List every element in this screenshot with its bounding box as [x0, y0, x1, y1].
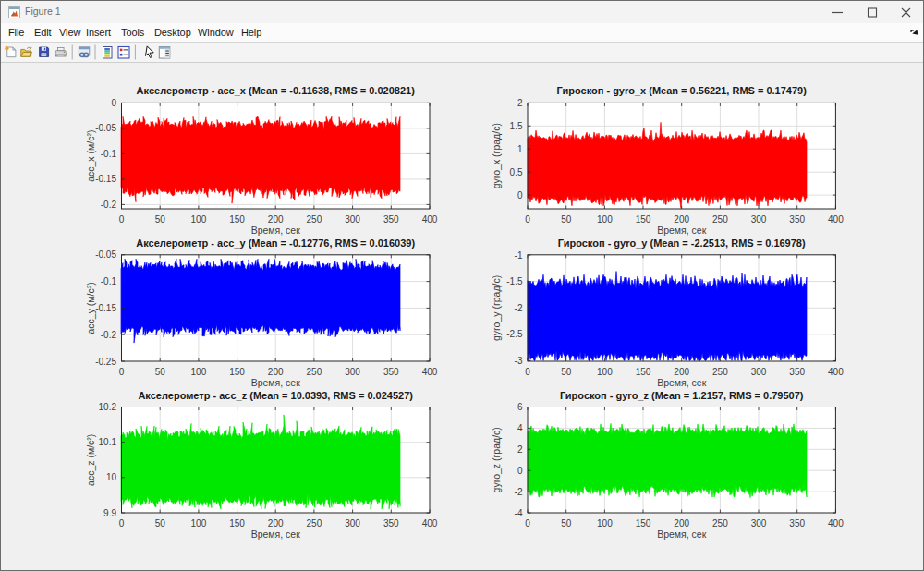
svg-text:-1: -1: [515, 250, 523, 261]
svg-text:0: 0: [525, 367, 530, 377]
svg-text:350: 350: [789, 214, 805, 225]
svg-text:200: 200: [674, 518, 689, 528]
svg-text:Гироскоп - gyro_x (Mean = 0.56: Гироскоп - gyro_x (Mean = 0.56221, RMS =…: [557, 85, 808, 96]
svg-text:250: 250: [307, 518, 322, 528]
svg-text:9.9: 9.9: [103, 508, 116, 518]
svg-text:100: 100: [597, 367, 613, 377]
svg-text:-0.25: -0.25: [95, 357, 116, 367]
svg-text:acc_y (м/с²): acc_y (м/с²): [85, 282, 96, 334]
svg-text:Гироскоп - gyro_y (Mean = -2.2: Гироскоп - gyro_y (Mean = -2.2513, RMS =…: [558, 237, 806, 249]
svg-text:200: 200: [268, 367, 284, 377]
svg-text:350: 350: [789, 367, 805, 377]
svg-text:Время, сек: Время, сек: [657, 225, 707, 236]
svg-text:acc_z (м/с²): acc_z (м/с²): [85, 434, 96, 486]
svg-text:300: 300: [345, 518, 360, 528]
svg-text:150: 150: [229, 518, 245, 528]
svg-text:10: 10: [106, 472, 117, 482]
svg-text:50: 50: [155, 367, 166, 377]
svg-text:200: 200: [268, 214, 284, 225]
svg-text:Время, сек: Время, сек: [251, 528, 301, 540]
svg-text:50: 50: [155, 214, 166, 225]
svg-text:100: 100: [597, 214, 613, 225]
svg-text:Время, сек: Время, сек: [657, 528, 707, 540]
svg-text:0: 0: [517, 466, 523, 476]
svg-text:-0.2: -0.2: [101, 330, 117, 340]
svg-text:250: 250: [307, 367, 322, 377]
svg-text:-3: -3: [515, 356, 523, 366]
svg-text:-0.15: -0.15: [95, 303, 116, 313]
svg-text:0: 0: [525, 518, 530, 528]
svg-text:400: 400: [828, 367, 844, 377]
svg-text:gyro_y (град/с): gyro_y (град/с): [492, 275, 503, 341]
svg-text:2: 2: [517, 98, 523, 108]
svg-text:350: 350: [383, 214, 399, 225]
svg-text:0: 0: [517, 190, 523, 200]
svg-text:acc_x (м/с²): acc_x (м/с²): [85, 130, 96, 182]
svg-text:150: 150: [636, 518, 651, 528]
svg-text:50: 50: [155, 518, 166, 528]
svg-text:-0.2: -0.2: [101, 200, 117, 210]
svg-text:200: 200: [674, 367, 689, 377]
svg-text:400: 400: [422, 518, 438, 528]
svg-text:gyro_x (град/с): gyro_x (град/с): [492, 123, 503, 188]
svg-text:Акселерометр - acc_y (Mean = -: Акселерометр - acc_y (Mean = -0.12776, R…: [136, 237, 415, 249]
svg-text:-0.05: -0.05: [95, 249, 116, 260]
svg-text:300: 300: [751, 367, 767, 377]
svg-text:50: 50: [561, 518, 572, 528]
svg-text:0: 0: [119, 367, 125, 377]
svg-text:400: 400: [422, 367, 438, 377]
svg-text:100: 100: [191, 214, 207, 225]
svg-text:100: 100: [191, 518, 207, 528]
svg-text:250: 250: [307, 214, 322, 225]
svg-text:2: 2: [517, 444, 523, 455]
svg-text:Акселерометр - acc_z (Mean = 1: Акселерометр - acc_z (Mean = 10.0393, RM…: [138, 390, 413, 401]
svg-text:300: 300: [751, 518, 767, 528]
svg-text:250: 250: [712, 367, 728, 377]
svg-text:-0.1: -0.1: [101, 149, 117, 159]
svg-text:150: 150: [636, 367, 651, 377]
svg-text:0.5: 0.5: [510, 167, 523, 177]
svg-text:Гироскоп - gyro_z (Mean = 1.21: Гироскоп - gyro_z (Mean = 1.2157, RMS = …: [560, 390, 804, 401]
svg-text:150: 150: [636, 214, 651, 225]
svg-text:10.2: 10.2: [99, 402, 117, 412]
svg-text:200: 200: [268, 518, 284, 528]
svg-text:300: 300: [751, 214, 767, 225]
svg-text:200: 200: [674, 214, 689, 225]
svg-text:1.5: 1.5: [510, 121, 523, 131]
svg-text:0: 0: [525, 214, 530, 225]
svg-text:250: 250: [712, 518, 728, 528]
svg-text:-4: -4: [515, 508, 523, 518]
svg-text:-2: -2: [515, 303, 523, 313]
svg-text:350: 350: [383, 367, 399, 377]
svg-text:Время, сек: Время, сек: [251, 225, 301, 236]
svg-text:100: 100: [597, 518, 613, 528]
svg-text:gyro_z (град/с): gyro_z (град/с): [491, 427, 502, 492]
svg-text:-0.05: -0.05: [95, 123, 116, 133]
svg-text:0: 0: [119, 518, 125, 528]
svg-text:350: 350: [383, 518, 399, 528]
svg-text:400: 400: [422, 214, 438, 225]
svg-text:50: 50: [561, 214, 572, 225]
svg-text:4: 4: [517, 423, 523, 433]
svg-text:-2.5: -2.5: [506, 329, 523, 339]
svg-text:1: 1: [517, 144, 523, 154]
svg-text:150: 150: [229, 367, 245, 377]
svg-text:350: 350: [789, 518, 805, 528]
svg-text:Время, сек: Время, сек: [251, 377, 301, 388]
svg-text:400: 400: [828, 518, 844, 528]
svg-text:-2: -2: [515, 487, 523, 497]
svg-text:-0.15: -0.15: [95, 174, 116, 184]
svg-text:150: 150: [229, 214, 245, 225]
svg-text:-0.1: -0.1: [101, 276, 117, 286]
svg-text:0: 0: [119, 214, 125, 225]
svg-text:0: 0: [111, 98, 116, 108]
svg-text:Время, сек: Время, сек: [657, 377, 707, 388]
svg-text:6: 6: [517, 402, 523, 412]
svg-text:300: 300: [345, 367, 360, 377]
svg-text:300: 300: [345, 214, 360, 225]
svg-text:10.1: 10.1: [99, 437, 117, 447]
svg-text:250: 250: [712, 214, 728, 225]
svg-text:50: 50: [561, 367, 572, 377]
svg-text:400: 400: [828, 214, 844, 225]
svg-text:-1.5: -1.5: [506, 276, 523, 286]
